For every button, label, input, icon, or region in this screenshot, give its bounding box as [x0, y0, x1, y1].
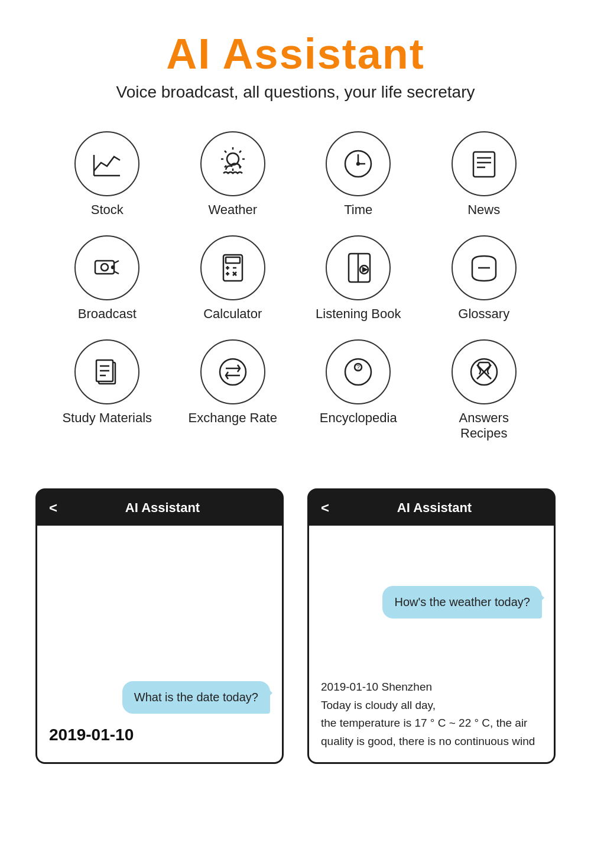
- feature-recipes: Answers Recipes: [437, 339, 531, 441]
- features-grid: Stock Weather: [47, 131, 544, 441]
- weather-icon-circle: [200, 131, 265, 196]
- encyclopedia-icon: ?: [340, 354, 376, 390]
- news-icon: [466, 146, 502, 182]
- weather-label: Weather: [208, 202, 257, 218]
- recipes-icon-circle: [452, 339, 517, 404]
- news-icon-circle: [452, 131, 517, 196]
- recipes-label: Answers Recipes: [437, 410, 531, 441]
- svg-rect-25: [226, 257, 240, 263]
- svg-line-21: [114, 261, 119, 263]
- phone1-back-arrow[interactable]: <: [49, 500, 57, 516]
- phone1-response: 2019-01-10: [49, 714, 270, 750]
- svg-point-42: [220, 359, 246, 385]
- feature-calculator: Calculator: [186, 235, 280, 322]
- feature-broadcast: Broadcast: [60, 235, 154, 322]
- recipes-icon: [466, 354, 502, 390]
- exchange-label: Exchange Rate: [189, 410, 277, 426]
- phone1-header: < AI Assistant: [37, 490, 282, 526]
- feature-time: Time: [311, 131, 405, 218]
- calculator-label: Calculator: [203, 306, 262, 322]
- glossary-icon-circle: [452, 235, 517, 300]
- features-section: Stock Weather: [0, 108, 591, 453]
- phone1-body: What is the date today? 2019-01-10: [37, 526, 282, 762]
- phone2-title: AI Assistant: [341, 500, 528, 516]
- svg-point-43: [345, 359, 371, 385]
- time-label: Time: [344, 202, 372, 218]
- study-label: Study Materials: [62, 410, 152, 426]
- time-icon-circle: [326, 131, 391, 196]
- broadcast-label: Broadcast: [78, 306, 137, 322]
- svg-point-14: [357, 163, 359, 165]
- stock-icon: [89, 146, 125, 182]
- feature-book: Listening Book: [311, 235, 405, 322]
- phone2-user-bubble: How's the weather today?: [382, 586, 542, 618]
- app-title: AI Assistant: [0, 30, 591, 78]
- feature-exchange: Exchange Rate: [186, 339, 280, 441]
- book-icon-circle: [326, 235, 391, 300]
- svg-line-9: [239, 151, 241, 153]
- exchange-icon-circle: [200, 339, 265, 404]
- svg-line-7: [225, 151, 226, 153]
- feature-weather: Weather: [186, 131, 280, 218]
- broadcast-icon-circle: [74, 235, 139, 300]
- calculator-icon: [215, 250, 251, 286]
- feature-stock: Stock: [60, 131, 154, 218]
- calculator-icon-circle: [200, 235, 265, 300]
- stock-label: Stock: [91, 202, 124, 218]
- phone1-title: AI Assistant: [69, 500, 256, 516]
- phones-section: < AI Assistant What is the date today? 2…: [0, 453, 591, 788]
- phone-mockup-date: < AI Assistant What is the date today? 2…: [35, 488, 284, 764]
- feature-glossary: Glossary: [437, 235, 531, 322]
- study-icon: [89, 354, 125, 390]
- encyclopedia-icon-circle: ?: [326, 339, 391, 404]
- glossary-label: Glossary: [458, 306, 509, 322]
- phone1-user-bubble: What is the date today?: [122, 681, 270, 714]
- phone2-back-arrow[interactable]: <: [321, 500, 329, 516]
- phone1-chat: What is the date today?: [49, 537, 270, 714]
- weather-icon: [215, 146, 251, 182]
- phone2-header: < AI Assistant: [309, 490, 554, 526]
- phone2-response: 2019-01-10 Shenzhen Today is cloudy all …: [321, 666, 542, 750]
- feature-study: Study Materials: [60, 339, 154, 441]
- book-label: Listening Book: [316, 306, 401, 322]
- svg-point-20: [101, 264, 108, 271]
- glossary-icon: [466, 250, 502, 286]
- phone2-chat: How's the weather today?: [321, 537, 542, 666]
- svg-line-22: [114, 271, 119, 274]
- study-icon-circle: [74, 339, 139, 404]
- app-subtitle: Voice broadcast, all questions, your lif…: [0, 83, 591, 102]
- header-section: AI Assistant Voice broadcast, all questi…: [0, 0, 591, 108]
- exchange-icon: [215, 354, 251, 390]
- stock-icon-circle: [74, 131, 139, 196]
- news-label: News: [467, 202, 500, 218]
- book-icon: [340, 250, 376, 286]
- phone-mockup-weather: < AI Assistant How's the weather today? …: [307, 488, 556, 764]
- broadcast-icon: [89, 250, 125, 286]
- encyclopedia-label: Encyclopedia: [320, 410, 397, 426]
- svg-marker-35: [363, 268, 366, 271]
- phone2-body: How's the weather today? 2019-01-10 Shen…: [309, 526, 554, 762]
- svg-rect-15: [473, 152, 495, 177]
- svg-point-23: [112, 266, 114, 268]
- feature-encyclopedia: ? Encyclopedia: [311, 339, 405, 441]
- svg-text:?: ?: [356, 364, 360, 371]
- time-icon: [340, 146, 376, 182]
- feature-news: News: [437, 131, 531, 218]
